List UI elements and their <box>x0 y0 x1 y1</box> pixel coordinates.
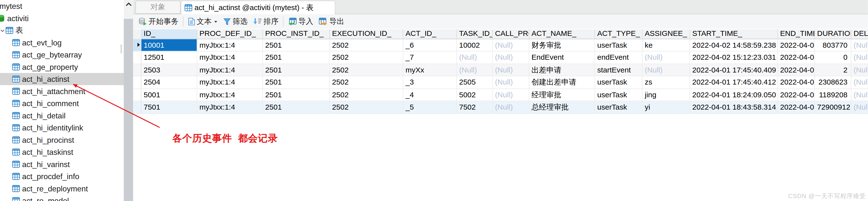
column-header-PROC_INST_ID_[interactable]: PROC_INST_ID_ <box>263 29 330 39</box>
column-header-DURATION[interactable]: DURATION <box>815 29 851 39</box>
cell-PROC_INST_ID_[interactable]: 2501 <box>263 77 330 89</box>
sidebar-item-act_re_model[interactable]: act_re_model <box>0 195 124 201</box>
cell-DELE[interactable]: (Null) <box>851 51 868 64</box>
toolbar-button-export[interactable]: 导出 <box>316 16 347 28</box>
toolbar-button-sort[interactable]: 排序 <box>250 16 281 28</box>
sidebar-item-act_hi_procinst[interactable]: act_hi_procinst <box>0 134 124 146</box>
cell-ACT_ID_[interactable]: _3 <box>403 77 457 89</box>
cell-PROC_INST_ID_[interactable]: 2501 <box>263 89 330 102</box>
cell-END_TIME[interactable]: 2022-04-0 <box>778 39 815 52</box>
cell-START_TIME_[interactable]: 2022-04-01 17:45:40.409 <box>690 64 778 77</box>
sidebar-item-act_evt_log[interactable]: act_evt_log <box>0 37 124 49</box>
row-gutter[interactable] <box>133 89 142 102</box>
cell-TASK_ID_[interactable]: 5002 <box>457 89 493 102</box>
cell-DELE[interactable]: (Null) <box>851 102 868 114</box>
column-header-ASSIGNEE_[interactable]: ASSIGNEE_ <box>643 29 690 39</box>
sidebar-item-act_hi_taskinst[interactable]: act_hi_taskinst <box>0 146 124 158</box>
cell-PROC_DEF_ID_[interactable]: myJtxx:1:4 <box>197 64 263 77</box>
cell-ID_[interactable]: 12501 <box>142 51 197 64</box>
cell-END_TIME[interactable]: 2022-04-0 <box>778 64 815 77</box>
cell-CALL_PRO[interactable]: (Null) <box>493 89 529 102</box>
cell-DELE[interactable]: (Null) <box>851 77 868 89</box>
cell-DURATION[interactable]: 2308623 <box>815 77 851 89</box>
cell-DURATION[interactable]: 0 <box>815 51 851 64</box>
cell-DURATION[interactable]: 2 <box>815 64 851 77</box>
cell-TASK_ID_[interactable]: (Null) <box>457 51 493 64</box>
scrollbar-thumb[interactable] <box>124 19 133 201</box>
cell-ACT_ID_[interactable]: _6 <box>403 39 457 52</box>
column-header-CALL_PRO[interactable]: CALL_PRO <box>493 29 529 39</box>
cell-START_TIME_[interactable]: 2022-04-01 18:43:58.314 <box>690 102 778 114</box>
cell-PROC_DEF_ID_[interactable]: myJtxx:1:4 <box>197 89 263 102</box>
cell-START_TIME_[interactable]: 2022-04-01 18:24:09.050 <box>690 89 778 102</box>
cell-PROC_DEF_ID_[interactable]: myJtxx:1:4 <box>197 77 263 89</box>
cell-EXECUTION_ID_[interactable]: 2502 <box>330 89 403 102</box>
grid-corner-cell[interactable] <box>133 29 142 39</box>
cell-CALL_PRO[interactable]: (Null) <box>493 39 529 52</box>
column-header-END_TIME[interactable]: END_TIME <box>778 29 815 39</box>
cell-DURATION[interactable]: 803770 <box>815 39 851 52</box>
cell-ACT_NAME_[interactable]: 创建出差申请 <box>529 77 595 89</box>
tab-table-data[interactable]: act_hi_actinst @activiti (mytest) - 表 <box>181 0 335 14</box>
cell-ACT_ID_[interactable]: _4 <box>403 89 457 102</box>
cell-ID_[interactable]: 2504 <box>142 77 197 89</box>
cell-ACT_NAME_[interactable]: EndEvent <box>529 51 595 64</box>
cell-ID_[interactable]: 10001 <box>142 39 197 52</box>
cell-PROC_INST_ID_[interactable]: 2501 <box>263 64 330 77</box>
scrollbar-up-button[interactable] <box>125 1 132 7</box>
cell-END_TIME[interactable]: 2022-04-0 <box>778 102 815 114</box>
cell-CALL_PRO[interactable]: (Null) <box>493 77 529 89</box>
cell-PROC_DEF_ID_[interactable]: myJtxx:1:4 <box>197 51 263 64</box>
sidebar-item-act_hi_identitylink[interactable]: act_hi_identitylink <box>0 122 124 134</box>
sidebar-item-act_re_deployment[interactable]: act_re_deployment <box>0 182 124 195</box>
cell-DELE[interactable]: (Null) <box>851 39 868 52</box>
cell-CALL_PRO[interactable]: (Null) <box>493 51 529 64</box>
sidebar-item-act_hi_attachment[interactable]: act_hi_attachment <box>0 85 124 97</box>
cell-ACT_ID_[interactable]: myXx <box>403 64 457 77</box>
cell-ACT_NAME_[interactable]: 出差申请 <box>529 64 595 77</box>
row-gutter[interactable] <box>133 102 142 114</box>
sidebar-item-act_procdef_info[interactable]: act_procdef_info <box>0 170 124 182</box>
column-header-EXECUTION_ID_[interactable]: EXECUTION_ID_ <box>330 29 403 39</box>
sidebar-item-act_hi_detail[interactable]: act_hi_detail <box>0 110 124 122</box>
cell-ACT_NAME_[interactable]: 总经理审批 <box>529 102 595 114</box>
cell-ACT_ID_[interactable]: _7 <box>403 51 457 64</box>
cell-ACT_ID_[interactable]: _5 <box>403 102 457 114</box>
sidebar-item-act_hi_actinst[interactable]: act_hi_actinst <box>0 73 124 85</box>
cell-START_TIME_[interactable]: 2022-04-01 17:45:40.412 <box>690 77 778 89</box>
cell-CALL_PRO[interactable]: (Null) <box>493 102 529 114</box>
cell-ACT_NAME_[interactable]: 财务审批 <box>529 39 595 52</box>
cell-ASSIGNEE_[interactable]: zs <box>643 77 690 89</box>
cell-TASK_ID_[interactable]: (Null) <box>457 64 493 77</box>
toolbar-button-transaction[interactable]: 开始事务 <box>136 16 182 28</box>
cell-END_TIME[interactable]: 2022-04-0 <box>778 89 815 102</box>
sidebar-mini-scroll-thumb[interactable] <box>120 44 122 53</box>
cell-EXECUTION_ID_[interactable]: 2502 <box>330 77 403 89</box>
toolbar-button-import[interactable]: 导入 <box>285 16 316 28</box>
cell-ACT_TYPE_[interactable]: userTask <box>595 102 643 114</box>
column-header-ACT_NAME_[interactable]: ACT_NAME_ <box>529 29 595 39</box>
cell-ASSIGNEE_[interactable]: yi <box>643 102 690 114</box>
sidebar-item-tables-folder[interactable]: 表 <box>0 24 124 37</box>
sidebar-scrollbar[interactable] <box>124 0 133 201</box>
cell-TASK_ID_[interactable]: 10002 <box>457 39 493 52</box>
cell-PROC_INST_ID_[interactable]: 2501 <box>263 102 330 114</box>
row-gutter[interactable] <box>133 51 142 64</box>
cell-EXECUTION_ID_[interactable]: 2502 <box>330 39 403 52</box>
column-header-ID_[interactable]: ID_ <box>142 29 197 39</box>
column-header-ACT_ID_[interactable]: ACT_ID_ <box>403 29 457 39</box>
cell-ID_[interactable]: 2503 <box>142 64 197 77</box>
cell-ACT_NAME_[interactable]: 经理审批 <box>529 89 595 102</box>
cell-ACT_TYPE_[interactable]: userTask <box>595 89 643 102</box>
sidebar-item-activiti[interactable]: activiti <box>0 12 124 25</box>
column-header-ACT_TYPE_[interactable]: ACT_TYPE_ <box>595 29 643 39</box>
cell-START_TIME_[interactable]: 2022-04-02 14:58:59.238 <box>690 39 778 52</box>
cell-TASK_ID_[interactable]: 2505 <box>457 77 493 89</box>
sidebar-item-act_hi_varinst[interactable]: act_hi_varinst <box>0 158 124 171</box>
cell-EXECUTION_ID_[interactable]: 2502 <box>330 51 403 64</box>
cell-ASSIGNEE_[interactable]: jing <box>643 89 690 102</box>
cell-CALL_PRO[interactable]: (Null) <box>493 64 529 77</box>
cell-START_TIME_[interactable]: 2022-04-02 15:12:23.031 <box>690 51 778 64</box>
column-header-DELE[interactable]: DELE <box>851 29 868 39</box>
cell-ASSIGNEE_[interactable]: (Null) <box>643 64 690 77</box>
